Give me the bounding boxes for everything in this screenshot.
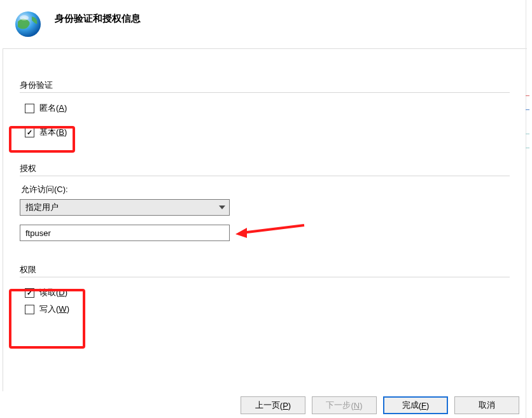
next-button: 下一步(N) (312, 396, 377, 414)
allow-access-selected: 指定用户 (25, 202, 59, 213)
allow-access-label: 允许访问(C): (21, 184, 510, 195)
background-window-edge (526, 0, 529, 418)
read-checkbox-row[interactable]: 读取(D) (20, 285, 510, 300)
anonymous-checkbox-row[interactable]: 匿名(A) (20, 101, 510, 116)
dialog-header: 身份验证和授权信息 (0, 0, 529, 46)
allow-access-combo[interactable]: 指定用户 (20, 199, 230, 216)
user-input-value: ftpuser (25, 228, 51, 238)
read-label: 读取(D) (39, 287, 67, 298)
prev-button[interactable]: 上一页(P) (241, 396, 305, 414)
authentication-legend: 身份验证 (20, 80, 510, 91)
anonymous-checkbox[interactable] (25, 104, 34, 113)
svg-point-1 (20, 15, 29, 20)
anonymous-label: 匿名(A) (39, 102, 67, 114)
authorization-group: 授权 允许访问(C): 指定用户 ftpuser (20, 163, 510, 241)
permissions-group: 权限 读取(D) 写入(W) (20, 264, 510, 317)
finish-button[interactable]: 完成(F) (383, 396, 448, 414)
user-input[interactable]: ftpuser (20, 225, 230, 241)
basic-checkbox-row[interactable]: 基本(B) (20, 125, 510, 140)
globe-icon (13, 9, 43, 39)
read-checkbox[interactable] (25, 288, 34, 298)
basic-label: 基本(B) (39, 127, 67, 138)
auth-authorization-dialog: 身份验证和授权信息 身份验证 匿名(A) 基本(B) 授权 (0, 0, 529, 418)
authentication-group: 身份验证 匿名(A) 基本(B) (20, 80, 510, 140)
permissions-legend: 权限 (20, 264, 510, 275)
write-checkbox[interactable] (25, 305, 34, 314)
divider (20, 92, 510, 93)
dialog-button-bar: 上一页(P) 下一步(N) 完成(F) 取消 (241, 396, 519, 414)
dialog-title: 身份验证和授权信息 (55, 9, 141, 25)
cancel-button[interactable]: 取消 (454, 396, 519, 414)
write-label: 写入(W) (39, 303, 69, 315)
basic-checkbox[interactable] (25, 128, 34, 137)
authorization-legend: 授权 (20, 163, 510, 174)
write-checkbox-row[interactable]: 写入(W) (20, 302, 510, 317)
dialog-content: 身份验证 匿名(A) 基本(B) 授权 允许访问(C): 指定用户 (3, 48, 527, 391)
chevron-down-icon (219, 206, 225, 209)
divider (20, 176, 510, 176)
divider (20, 277, 510, 277)
